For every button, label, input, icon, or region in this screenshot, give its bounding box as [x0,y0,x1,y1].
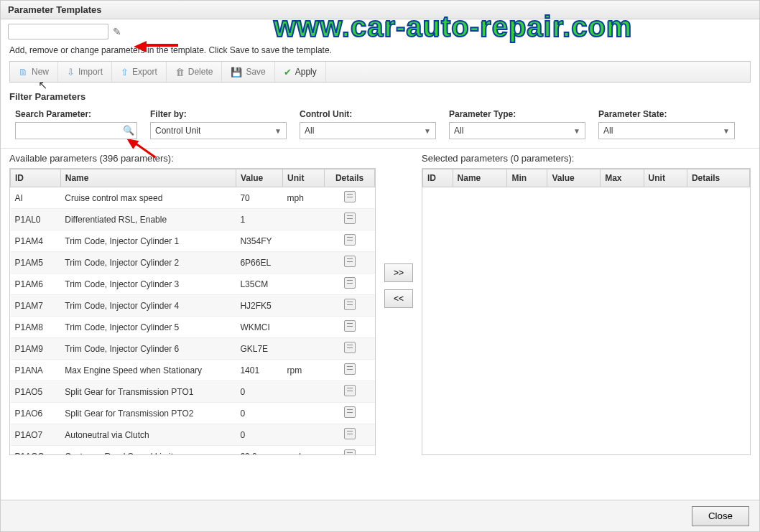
parameter-state-label: Parameter State: [598,109,735,119]
details-icon[interactable] [344,342,356,353]
table-row[interactable]: P1AO6Split Gear for Transmission PTO20 [11,403,375,424]
cell-unit [283,338,325,360]
table-row[interactable]: P1AM6Trim Code, Injector Cylinder 3L35CM [11,274,375,295]
table-row[interactable]: P1AL0Differentiated RSL, Enable1 [11,209,375,230]
table-row[interactable]: P1AO7Autoneutral via Clutch0 [11,424,375,446]
table-row[interactable]: AICruise control max speed70mph [11,187,375,209]
save-button[interactable]: 💾 Save [222,62,274,82]
cell-details[interactable] [325,446,375,455]
selected-title: Selected parameters (0 parameters): [422,149,751,168]
details-icon[interactable] [344,234,356,246]
table-row[interactable]: P1AO5Split Gear for Transmission PTO10 [11,381,375,403]
cell-unit [283,209,325,230]
details-icon[interactable] [344,363,356,375]
details-icon[interactable] [344,256,356,267]
details-icon[interactable] [344,320,356,332]
cell-details[interactable] [325,230,375,252]
filter-by-combo[interactable]: Control Unit ▼ [150,122,287,139]
col-id[interactable]: ID [11,169,61,187]
cell-id: P1ANA [11,360,61,381]
import-icon: ⇩ [67,67,75,78]
cell-details[interactable] [325,360,375,381]
edit-template-icon[interactable]: ✎ [113,26,121,37]
control-unit-group: Control Unit: All ▼ [300,109,436,139]
cell-name: Trim Code, Injector Cylinder 3 [60,274,236,295]
cell-unit [283,424,325,446]
cell-details[interactable] [325,317,375,338]
col-details[interactable]: Details [325,169,375,187]
table-row[interactable]: P1AM4Trim Code, Injector Cylinder 1N354F… [11,230,375,252]
sel-col-id[interactable]: ID [423,169,453,187]
delete-button[interactable]: 🗑 Delete [167,62,223,82]
sel-col-details[interactable]: Details [687,169,749,187]
details-icon[interactable] [344,191,356,202]
add-button[interactable]: >> [384,263,413,282]
cell-details[interactable] [325,424,375,446]
new-button[interactable]: 🗎 New [10,62,58,82]
table-row[interactable]: P1AM9Trim Code, Injector Cylinder 6GKL7E [11,338,375,360]
details-icon[interactable] [344,428,356,439]
chevron-down-icon: ▼ [723,127,730,135]
cell-details[interactable] [325,252,375,274]
remove-button[interactable]: << [384,289,413,308]
cell-name: Split Gear for Transmission PTO1 [60,381,236,403]
col-value[interactable]: Value [236,169,282,187]
cell-details[interactable] [325,295,375,317]
close-button[interactable]: Close [692,506,749,526]
control-unit-combo[interactable]: All ▼ [300,122,436,139]
table-row[interactable]: P1ANAMax Engine Speed when Stationary140… [11,360,375,381]
details-icon[interactable] [344,385,356,396]
sel-col-min[interactable]: Min [507,169,547,187]
export-button[interactable]: ⇧ Export [112,62,167,82]
new-icon: 🗎 [19,67,28,78]
cell-details[interactable] [325,187,375,209]
delete-label: Delete [188,67,213,77]
save-icon: 💾 [231,67,242,78]
cell-value: 1 [236,209,282,230]
details-icon[interactable] [344,406,356,418]
search-parameter-group: Search Parameter: 🔍 [15,109,137,139]
cell-details[interactable] [325,209,375,230]
export-label: Export [132,67,157,77]
sel-col-name[interactable]: Name [453,169,507,187]
cell-details[interactable] [325,381,375,403]
toolbar: 🗎 New ⇩ Import ⇧ Export 🗑 Delete 💾 Save … [9,61,751,83]
cell-id: P1AO5 [11,381,61,403]
details-icon[interactable] [344,449,356,454]
apply-button[interactable]: ✔ Apply [275,62,326,82]
parameter-type-label: Parameter Type: [449,109,585,119]
cell-id: P1AOC [11,446,61,455]
table-row[interactable]: P1AOCCustomer Road Speed Limit69.0mph [11,446,375,455]
filter-section-title: Filter Parameters [1,88,759,105]
parameter-state-combo[interactable]: All ▼ [598,122,735,139]
details-icon[interactable] [344,213,356,224]
available-table: ID Name Value Unit Details AICruise cont… [10,169,375,454]
table-row[interactable]: P1AM7Trim Code, Injector Cylinder 4HJ2FK… [11,295,375,317]
selected-scroll[interactable]: ID Name Min Value Max Unit Details [422,169,750,454]
cell-details[interactable] [325,274,375,295]
details-icon[interactable] [344,277,356,289]
search-input[interactable] [15,122,137,139]
cell-unit: mph [283,187,325,209]
parameter-type-combo[interactable]: All ▼ [449,122,585,139]
table-row[interactable]: P1AM5Trim Code, Injector Cylinder 26P66E… [11,252,375,274]
parameter-type-value: All [454,126,463,136]
sel-col-unit[interactable]: Unit [644,169,687,187]
import-label: Import [78,67,103,77]
available-scroll[interactable]: ID Name Value Unit Details AICruise cont… [10,169,375,454]
template-name-field[interactable] [8,24,108,39]
search-icon[interactable]: 🔍 [123,125,134,136]
cell-details[interactable] [325,403,375,424]
import-button[interactable]: ⇩ Import [58,62,112,82]
details-icon[interactable] [344,299,356,310]
cell-details[interactable] [325,338,375,360]
window-title: Parameter Templates [1,1,759,19]
table-row[interactable]: P1AM8Trim Code, Injector Cylinder 5WKMCI [11,317,375,338]
col-unit[interactable]: Unit [283,169,325,187]
cell-id: AI [11,187,61,209]
cell-value: 6P66EL [236,252,282,274]
sel-col-value[interactable]: Value [547,169,601,187]
export-icon: ⇧ [121,67,129,78]
sel-col-max[interactable]: Max [601,169,644,187]
col-name[interactable]: Name [60,169,236,187]
